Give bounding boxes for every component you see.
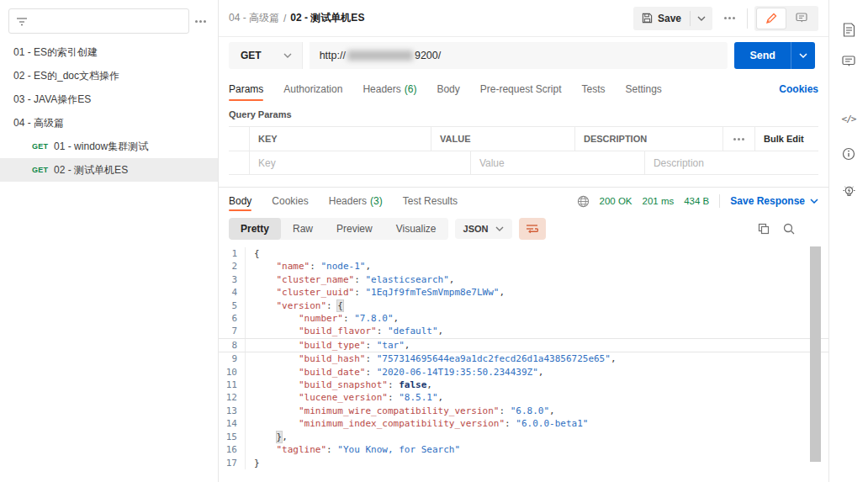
line-number: 12 [219,391,246,404]
info-icon[interactable] [836,141,861,167]
breadcrumb: 04 - 高级篇 / 02 - 测试单机ES [229,11,364,25]
view-tab-pretty[interactable]: Pretty [229,218,281,240]
url-bar-row: GET http://9200/ Send [219,37,828,74]
line-number: 9 [219,352,246,365]
response-body-editor[interactable]: 1{2 "name": "node-1",3 "cluster_name": "… [219,243,828,482]
globe-icon[interactable] [577,195,590,208]
response-tab-body[interactable]: Body [229,188,251,215]
chevron-down-icon [283,53,292,58]
tab-headers[interactable]: Headers(6) [363,74,416,104]
response-tab-test-results[interactable]: Test Results [403,188,458,215]
save-response-button[interactable]: Save Response [730,195,818,207]
format-label: JSON [463,224,489,234]
send-button[interactable]: Send [734,42,791,69]
wrap-text-button[interactable] [519,218,546,240]
save-dropdown-button[interactable] [691,7,712,30]
line-number: 8 [219,339,246,352]
code-line: 7 "build_flavor": "default", [219,325,828,337]
sidebar-item[interactable]: 02 - ES的_doc文档操作 [0,64,218,87]
comment-icon [796,13,807,24]
line-number: 13 [219,405,246,417]
tab-label: Cookies [272,195,308,207]
app-window: 01 - ES的索引创建02 - ES的_doc文档操作03 - JAVA操作E… [0,0,868,482]
response-view-tabs: PrettyRawPreviewVisualize [229,218,448,240]
sidebar-more-menu-icon[interactable] [189,20,211,23]
param-value-input[interactable] [479,157,636,169]
cookies-link[interactable]: Cookies [779,83,818,95]
copy-icon[interactable] [758,223,770,235]
query-params-input-row [229,151,818,174]
tab-label: Pre-request Script [480,83,562,95]
format-selector[interactable]: JSON [455,219,512,239]
collection-list: 01 - ES的索引创建02 - ES的_doc文档操作03 - JAVA操作E… [0,40,218,182]
search-icon[interactable] [783,223,795,235]
request-header-row: 04 - 高级篇 / 02 - 测试单机ES Save [219,0,828,37]
sidebar-filter-input[interactable] [8,8,189,34]
code-scrollbar[interactable] [810,246,821,462]
tab-tests[interactable]: Tests [581,74,605,104]
method-selector[interactable]: GET [229,42,303,69]
response-time: 201 ms [643,196,675,206]
bulk-edit-button[interactable]: Bulk Edit [754,127,818,151]
line-number: 14 [219,417,246,430]
tab-settings[interactable]: Settings [626,74,662,104]
comments-icon[interactable] [836,49,861,74]
comment-mode-button[interactable] [786,8,817,29]
filter-icon [16,16,28,26]
request-tab-list: ParamsAuthorizationHeaders(6)BodyPre-req… [229,74,682,104]
edit-mode-button[interactable] [756,8,786,29]
send-dropdown-button[interactable] [791,42,815,69]
request-tabs: ParamsAuthorizationHeaders(6)BodyPre-req… [219,74,828,104]
view-tab-raw[interactable]: Raw [281,218,325,240]
documentation-icon[interactable] [836,17,861,42]
sidebar-item[interactable]: GET02 - 测试单机ES [0,158,218,182]
tab-params[interactable]: Params [229,74,263,104]
sidebar-item[interactable]: 04 - 高级篇 [0,111,218,135]
right-sidebar: </> [828,0,868,482]
pencil-icon [765,13,777,24]
sidebar-item[interactable]: 01 - ES的索引创建 [0,40,218,64]
response-tab-list: BodyCookiesHeaders(3)Test Results [229,188,478,215]
response-tab-headers[interactable]: Headers(3) [329,188,383,215]
line-number: 1 [219,247,246,260]
view-tab-preview[interactable]: Preview [325,218,384,240]
sidebar-item[interactable]: 03 - JAVA操作ES [0,87,218,111]
sidebar-item[interactable]: GET01 - window集群测试 [0,135,218,158]
breadcrumb-parent[interactable]: 04 - 高级篇 [229,11,279,25]
lightbulb-icon[interactable] [836,178,861,204]
tab-label: Body [229,195,251,207]
tab-authorization[interactable]: Authorization [283,74,342,104]
collection-sidebar: 01 - ES的索引创建02 - ES的_doc文档操作03 - JAVA操作E… [0,0,219,482]
param-description-input[interactable] [654,157,810,169]
method-badge: GET [32,166,48,174]
breadcrumb-current: 02 - 测试单机ES [290,11,364,25]
code-line: 8 "build_type": "tar", [219,338,828,352]
method-badge: GET [32,142,48,151]
code-line: 4 "cluster_uuid": "1EqJf9fmTeSmVmpm8e7LW… [219,286,828,299]
view-tab-visualize[interactable]: Visualize [384,218,448,240]
params-options-icon[interactable] [722,127,754,151]
tab-label: Authorization [283,83,342,95]
tab-label: Params [229,83,263,95]
code-snippet-icon[interactable]: </> [836,106,861,131]
sidebar-item-label: 01 - ES的索引创建 [13,45,98,60]
line-number: 4 [219,286,246,299]
query-params-header-row: KEY VALUE DESCRIPTION Bulk Edit [229,127,818,151]
request-more-menu-icon[interactable] [719,17,740,19]
url-prefix: http:// [320,50,346,61]
tab-label: Tests [581,83,605,95]
save-response-label: Save Response [730,195,805,207]
row-handle-column [229,127,249,151]
meta-divider [719,194,720,208]
param-key-input[interactable] [258,157,462,169]
chevron-down-icon [810,199,818,204]
tab-pre-request-script[interactable]: Pre-request Script [480,74,562,104]
line-number: 2 [219,260,246,273]
response-panel: BodyCookiesHeaders(3)Test Results 200 OK… [219,187,828,482]
save-button[interactable]: Save [633,7,690,30]
url-input[interactable]: http://9200/ [310,42,728,69]
header-actions: Save [633,6,818,31]
response-tab-cookies[interactable]: Cookies [272,188,308,215]
tab-body[interactable]: Body [437,74,459,104]
line-number: 17 [219,457,246,469]
